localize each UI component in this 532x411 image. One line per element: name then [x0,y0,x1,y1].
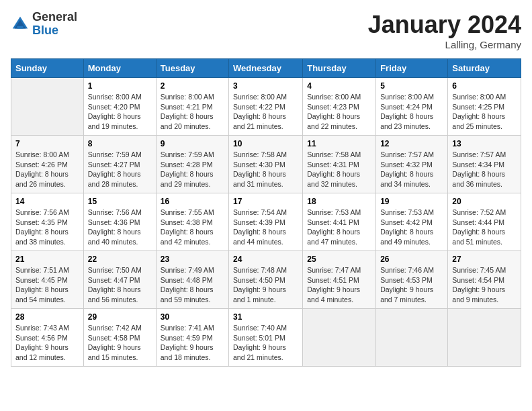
day-cell: 17Sunrise: 7:54 AMSunset: 4:39 PMDayligh… [229,193,303,251]
week-row-2: 7Sunrise: 8:00 AMSunset: 4:26 PMDaylight… [11,136,521,193]
week-row-1: 1Sunrise: 8:00 AMSunset: 4:20 PMDaylight… [11,78,521,136]
col-header-sunday: Sunday [11,59,84,78]
day-detail: Sunrise: 7:54 AMSunset: 4:39 PMDaylight:… [233,208,298,247]
day-detail: Sunrise: 7:42 AMSunset: 4:58 PMDaylight:… [88,323,152,363]
day-detail: Sunrise: 7:56 AMSunset: 4:36 PMDaylight:… [88,208,152,247]
title-block: January 2024 Lalling, Germany [368,11,521,50]
day-detail: Sunrise: 8:00 AMSunset: 4:22 PMDaylight:… [233,92,298,132]
week-row-3: 14Sunrise: 7:56 AMSunset: 4:35 PMDayligh… [11,193,521,251]
day-number: 18 [307,197,371,206]
day-cell: 12Sunrise: 7:57 AMSunset: 4:32 PMDayligh… [376,136,448,193]
day-detail: Sunrise: 7:45 AMSunset: 4:54 PMDaylight:… [452,265,517,305]
day-cell: 6Sunrise: 8:00 AMSunset: 4:25 PMDaylight… [448,78,521,136]
col-header-tuesday: Tuesday [156,59,228,78]
day-cell: 7Sunrise: 8:00 AMSunset: 4:26 PMDaylight… [11,136,84,193]
logo-text: General Blue [32,11,77,38]
day-cell: 31Sunrise: 7:40 AMSunset: 5:01 PMDayligh… [229,309,303,367]
day-number: 19 [380,197,443,206]
day-number: 9 [161,139,224,148]
day-cell: 13Sunrise: 7:57 AMSunset: 4:34 PMDayligh… [448,136,521,193]
col-header-wednesday: Wednesday [229,59,303,78]
day-cell: 26Sunrise: 7:46 AMSunset: 4:53 PMDayligh… [376,251,448,309]
day-number: 27 [452,255,517,264]
header-row: SundayMondayTuesdayWednesdayThursdayFrid… [11,59,521,78]
day-detail: Sunrise: 7:59 AMSunset: 4:27 PMDaylight:… [88,150,152,189]
day-number: 3 [233,81,298,91]
day-detail: Sunrise: 8:00 AMSunset: 4:23 PMDaylight:… [307,92,371,132]
day-cell [448,309,521,367]
day-cell: 8Sunrise: 7:59 AMSunset: 4:27 PMDaylight… [83,136,156,193]
day-number: 24 [233,255,298,264]
day-detail: Sunrise: 7:46 AMSunset: 4:53 PMDaylight:… [380,265,443,305]
day-number: 21 [15,255,79,264]
day-cell [303,309,376,367]
day-number: 2 [161,81,224,91]
day-cell: 25Sunrise: 7:47 AMSunset: 4:51 PMDayligh… [303,251,376,309]
day-cell: 2Sunrise: 8:00 AMSunset: 4:21 PMDaylight… [156,78,228,136]
day-cell: 15Sunrise: 7:56 AMSunset: 4:36 PMDayligh… [83,193,156,251]
col-header-thursday: Thursday [303,59,376,78]
day-detail: Sunrise: 7:49 AMSunset: 4:48 PMDaylight:… [161,265,224,305]
day-cell [11,78,84,136]
day-number: 1 [88,81,152,91]
week-row-5: 28Sunrise: 7:43 AMSunset: 4:56 PMDayligh… [11,309,521,367]
day-number: 15 [88,197,152,206]
day-detail: Sunrise: 7:48 AMSunset: 4:50 PMDaylight:… [233,265,298,305]
day-cell: 27Sunrise: 7:45 AMSunset: 4:54 PMDayligh… [448,251,521,309]
day-number: 10 [233,139,298,148]
day-number: 8 [88,139,152,148]
day-detail: Sunrise: 7:55 AMSunset: 4:38 PMDaylight:… [161,208,224,247]
day-cell: 24Sunrise: 7:48 AMSunset: 4:50 PMDayligh… [229,251,303,309]
day-number: 5 [380,81,443,91]
day-detail: Sunrise: 7:51 AMSunset: 4:45 PMDaylight:… [15,265,79,305]
page-header: General Blue January 2024 Lalling, Germa… [11,11,521,50]
day-number: 22 [88,255,152,264]
day-cell: 23Sunrise: 7:49 AMSunset: 4:48 PMDayligh… [156,251,228,309]
day-number: 13 [452,139,517,148]
day-number: 25 [307,255,371,264]
day-cell: 21Sunrise: 7:51 AMSunset: 4:45 PMDayligh… [11,251,84,309]
day-number: 30 [161,312,224,322]
day-cell: 22Sunrise: 7:50 AMSunset: 4:47 PMDayligh… [83,251,156,309]
day-detail: Sunrise: 7:50 AMSunset: 4:47 PMDaylight:… [88,265,152,305]
day-number: 17 [233,197,298,206]
col-header-friday: Friday [376,59,448,78]
day-cell: 14Sunrise: 7:56 AMSunset: 4:35 PMDayligh… [11,193,84,251]
day-number: 4 [307,81,371,91]
day-detail: Sunrise: 7:58 AMSunset: 4:30 PMDaylight:… [233,150,298,189]
day-cell: 11Sunrise: 7:58 AMSunset: 4:31 PMDayligh… [303,136,376,193]
location: Lalling, Germany [368,39,521,50]
day-number: 23 [161,255,224,264]
logo-general: General [32,10,77,24]
day-number: 28 [15,312,79,322]
day-cell: 20Sunrise: 7:52 AMSunset: 4:44 PMDayligh… [448,193,521,251]
day-cell [376,309,448,367]
logo: General Blue [11,11,77,38]
day-number: 7 [15,139,79,148]
day-detail: Sunrise: 8:00 AMSunset: 4:25 PMDaylight:… [452,92,517,132]
day-number: 31 [233,312,298,322]
logo-icon [11,15,30,34]
day-detail: Sunrise: 7:53 AMSunset: 4:42 PMDaylight:… [380,208,443,247]
day-cell: 29Sunrise: 7:42 AMSunset: 4:58 PMDayligh… [83,309,156,367]
day-cell: 10Sunrise: 7:58 AMSunset: 4:30 PMDayligh… [229,136,303,193]
day-detail: Sunrise: 8:00 AMSunset: 4:26 PMDaylight:… [15,150,79,189]
day-detail: Sunrise: 8:00 AMSunset: 4:24 PMDaylight:… [380,92,443,132]
month-title: January 2024 [368,11,521,39]
col-header-monday: Monday [83,59,156,78]
day-cell: 28Sunrise: 7:43 AMSunset: 4:56 PMDayligh… [11,309,84,367]
day-cell: 3Sunrise: 8:00 AMSunset: 4:22 PMDaylight… [229,78,303,136]
day-cell: 9Sunrise: 7:59 AMSunset: 4:28 PMDaylight… [156,136,228,193]
day-number: 12 [380,139,443,148]
day-number: 20 [452,197,517,206]
day-number: 26 [380,255,443,264]
day-detail: Sunrise: 7:40 AMSunset: 5:01 PMDaylight:… [233,323,298,363]
col-header-saturday: Saturday [448,59,521,78]
day-detail: Sunrise: 7:58 AMSunset: 4:31 PMDaylight:… [307,150,371,189]
day-detail: Sunrise: 7:53 AMSunset: 4:41 PMDaylight:… [307,208,371,247]
day-cell: 16Sunrise: 7:55 AMSunset: 4:38 PMDayligh… [156,193,228,251]
day-detail: Sunrise: 7:57 AMSunset: 4:32 PMDaylight:… [380,150,443,189]
day-number: 16 [161,197,224,206]
day-detail: Sunrise: 7:41 AMSunset: 4:59 PMDaylight:… [161,323,224,363]
day-detail: Sunrise: 8:00 AMSunset: 4:21 PMDaylight:… [161,92,224,132]
